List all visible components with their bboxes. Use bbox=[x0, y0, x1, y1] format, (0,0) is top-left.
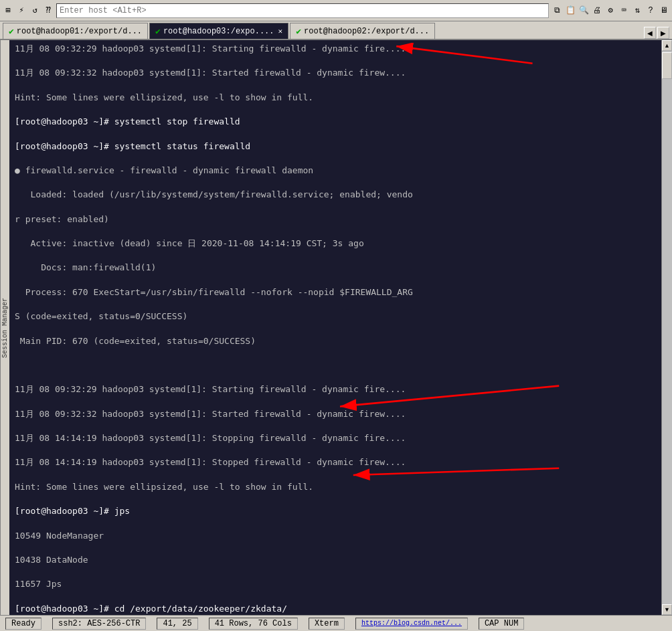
vertical-scrollbar[interactable]: ▲ ▼ bbox=[661, 40, 672, 615]
tab-hadoop01[interactable]: ✔ root@hadoop01:/export/d... bbox=[3, 23, 148, 39]
scrollbar-thumb[interactable] bbox=[662, 52, 672, 79]
refresh-icon[interactable]: ↺ bbox=[29, 5, 40, 16]
tab1-label: root@hadoop01:/export/d... bbox=[17, 27, 142, 36]
terminal-content: 11月 08 09:32:29 hadoop03 systemd[1]: Sta… bbox=[15, 43, 659, 612]
status-cursor: 41, 25 bbox=[157, 618, 197, 630]
status-bar: Ready ssh2: AES-256-CTR 41, 25 41 Rows, … bbox=[0, 615, 672, 631]
tab1-check-icon: ✔ bbox=[9, 26, 14, 37]
tab-hadoop02[interactable]: ✔ root@hadoop02:/export/d... bbox=[290, 23, 435, 39]
session-manager-label: Session Manager bbox=[1, 298, 9, 358]
terminal-text: 11月 08 09:32:29 hadoop03 systemd[1]: Sta… bbox=[15, 43, 659, 615]
app-icon: ⊞ bbox=[3, 5, 13, 16]
status-dimensions: 41 Rows, 76 Cols bbox=[209, 618, 298, 630]
monitor-icon[interactable]: 🖥 bbox=[659, 5, 669, 16]
tab-hadoop03[interactable]: ✔ root@hadoop03:/expo.... ✕ bbox=[149, 23, 288, 39]
tab3-label: root@hadoop02:/export/d... bbox=[304, 27, 429, 36]
tab-navigation: ◀ ▶ bbox=[644, 27, 672, 39]
status-ready: Ready bbox=[5, 618, 41, 630]
session-manager-panel[interactable]: Session Manager bbox=[0, 40, 9, 615]
status-terminal-type: Xterm bbox=[309, 618, 345, 630]
scrollbar-track[interactable] bbox=[662, 51, 672, 604]
tab-prev-button[interactable]: ◀ bbox=[644, 27, 656, 39]
host-input[interactable] bbox=[56, 3, 549, 18]
title-bar: ⊞ ⚡ ↺ ⁇ ⧉ 📋 🔍 🖨 ⚙ ⌨ ⇅ ? 🖥 bbox=[0, 0, 672, 21]
status-cap-num: CAP NUM bbox=[479, 618, 524, 630]
status-encryption: ssh2: AES-256-CTR bbox=[52, 618, 146, 630]
paste-icon[interactable]: 📋 bbox=[565, 5, 576, 16]
terminal[interactable]: 11月 08 09:32:29 hadoop03 systemd[1]: Sta… bbox=[9, 40, 661, 615]
keyboard-icon[interactable]: ⌨ bbox=[618, 5, 629, 16]
help-icon[interactable]: ? bbox=[645, 5, 656, 16]
tab2-label: root@hadoop03:/expo.... bbox=[163, 27, 274, 36]
print-icon[interactable]: 🖨 bbox=[592, 5, 602, 16]
status-url[interactable]: https://blog.csdn.net/... bbox=[355, 618, 468, 630]
transfer-icon[interactable]: ⇅ bbox=[632, 5, 643, 16]
scroll-down-button[interactable]: ▼ bbox=[662, 604, 672, 615]
scroll-up-button[interactable]: ▲ bbox=[662, 40, 672, 51]
main-container: Session Manager 11月 08 09:32:29 hadoop03… bbox=[0, 40, 672, 615]
tab-next-button[interactable]: ▶ bbox=[657, 27, 669, 39]
settings-icon[interactable]: ⚙ bbox=[605, 5, 616, 16]
tab2-check-icon: ✔ bbox=[155, 26, 161, 37]
copy-icon[interactable]: ⧉ bbox=[552, 5, 562, 16]
question-icon[interactable]: ⁇ bbox=[43, 5, 54, 16]
tab2-close-button[interactable]: ✕ bbox=[278, 27, 283, 35]
tab3-check-icon: ✔ bbox=[296, 26, 301, 37]
lightning-icon[interactable]: ⚡ bbox=[16, 5, 27, 16]
tab-bar: ✔ root@hadoop01:/export/d... ✔ root@hado… bbox=[0, 21, 672, 40]
find-icon[interactable]: 🔍 bbox=[578, 5, 589, 16]
